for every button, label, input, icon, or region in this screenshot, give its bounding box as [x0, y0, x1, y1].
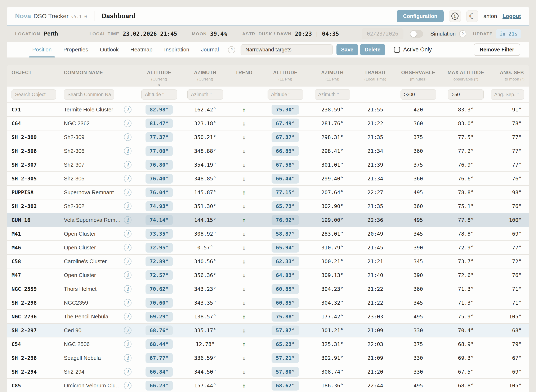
column-header-azimuth-current[interactable]: AZIMUTH (Current)	[184, 70, 226, 82]
object-cell: M47	[11, 272, 64, 278]
active-only-checkbox[interactable]	[394, 47, 400, 53]
search-common-name-input[interactable]	[64, 89, 114, 99]
dark-mode-button[interactable]: ☾	[466, 10, 478, 22]
observable-filter-input[interactable]	[401, 89, 436, 99]
column-header-altitude-current[interactable]: ALTITUDE (Current) ▼	[134, 70, 184, 87]
table-row[interactable]: M41 Open Cluster i 73.35° 308.92° ↓ 58.8…	[7, 227, 529, 240]
altitude-current-badge: 76.40°	[145, 174, 173, 184]
configuration-button[interactable]: Configuration	[397, 10, 444, 22]
column-header-altitude-11pm[interactable]: ALTITUDE (11 PM)	[262, 70, 309, 82]
column-header-common-name[interactable]: COMMON NAME	[64, 70, 121, 75]
table-row[interactable]: NGC 2736 The Pencil Nebula i 69.29° 138.…	[7, 309, 529, 323]
column-header-azimuth-11pm[interactable]: AZIMUTH (11 PM)	[309, 70, 356, 82]
object-cell: NGC 2359	[11, 286, 64, 292]
table-row[interactable]: SH 2-306 Sh2-306 i 77.00° 348.88° ↓ 66.8…	[7, 144, 529, 158]
column-header-max-altitude[interactable]: MAX ALTITUDE observable (°)	[442, 70, 490, 82]
column-header-transit[interactable]: TRANSIT (Local Time)	[356, 70, 395, 82]
column-header-observable[interactable]: OBSERVABLE (minutes)	[395, 70, 442, 82]
tab-heatmap[interactable]: Heatmap	[130, 42, 153, 57]
common-name-cell: Open Cluster	[64, 272, 121, 279]
object-cell: SH 2-306	[11, 148, 64, 154]
save-button[interactable]: Save	[336, 44, 358, 55]
object-info-icon[interactable]: i	[124, 161, 131, 168]
ang-sep-cell: 105°	[490, 383, 525, 389]
object-info-icon[interactable]: i	[124, 368, 131, 375]
table-row[interactable]: SH 2-302 Sh2-302 i 74.93° 351.30° ↓ 65.7…	[7, 199, 529, 213]
object-info-icon[interactable]: i	[124, 230, 131, 238]
altitude-11pm-header-label: ALTITUDE	[273, 70, 297, 75]
max-altitude-filter-input[interactable]	[448, 89, 484, 99]
object-info-icon[interactable]: i	[124, 147, 131, 155]
object-info-icon[interactable]: i	[124, 202, 131, 210]
remove-filter-button[interactable]: Remove Filter	[474, 43, 520, 56]
object-info-icon[interactable]: i	[124, 313, 131, 320]
object-info-icon[interactable]: i	[124, 189, 131, 196]
column-header-trend[interactable]: TREND	[226, 70, 262, 75]
app-version: v5.1.0	[71, 14, 87, 19]
altitude-11pm-filter-input[interactable]	[268, 89, 303, 99]
max-altitude-cell: 70.4°	[442, 327, 490, 333]
observable-cell: 360	[395, 203, 442, 209]
object-info-icon[interactable]: i	[124, 216, 131, 224]
tab-properties[interactable]: Properties	[63, 42, 88, 57]
object-info-icon[interactable]: i	[124, 299, 131, 307]
table-row[interactable]: C85 Omicron Velorum Clus… i 66.23° 157.4…	[7, 378, 529, 392]
table-row[interactable]: PUPPISA Supernova Remnant i 76.04° 145.8…	[7, 185, 529, 199]
table-row[interactable]: C54 NGC 2506 i 68.44° 12.78° ↑ 65.23° 32…	[7, 337, 529, 351]
object-info-icon[interactable]: i	[124, 327, 131, 334]
filter-name-input[interactable]	[241, 44, 333, 55]
table-row[interactable]: GUM 16 Vela Supernova Remna… i 74.14° 14…	[7, 213, 529, 227]
table-row[interactable]: C58 Caroline's Cluster i 72.89° 340.56° …	[7, 254, 529, 268]
table-row[interactable]: NGC 2359 Thors Helmet i 70.62° 343.23° ↓…	[7, 282, 529, 296]
azimuth-current-filter-input[interactable]	[187, 89, 223, 99]
tab-inspiration[interactable]: Inspiration	[164, 42, 189, 57]
table-row[interactable]: SH 2-305 Sh2-305 i 76.40° 348.85° ↓ 66.4…	[7, 171, 529, 185]
tab-position[interactable]: Position	[32, 42, 52, 57]
simulation-help-icon[interactable]: ?	[459, 30, 466, 37]
column-header-ang-sep[interactable]: ANG. SEP. to moon (°)	[490, 70, 525, 82]
table-row[interactable]: C64 NGC 2362 i 81.47° 323.18° ↓ 67.49° 2…	[7, 116, 529, 130]
info-button[interactable]: i	[449, 10, 461, 22]
tab-outlook[interactable]: Outlook	[100, 42, 119, 57]
active-only-control[interactable]: Active Only	[394, 47, 432, 53]
tabs-help-icon[interactable]: ?	[228, 46, 235, 53]
object-info-icon[interactable]: i	[124, 257, 131, 265]
delete-button[interactable]: Delete	[360, 44, 385, 55]
search-object-input[interactable]	[11, 89, 56, 99]
table-row[interactable]: M47 Open Cluster i 72.57° 356.36° ↓ 64.8…	[7, 268, 529, 282]
altitude-11pm-badge: 65.73°	[272, 201, 299, 211]
simulation-date-input[interactable]	[362, 28, 403, 39]
table-row[interactable]: SH 2-309 Sh2-309 i 77.37° 350.21° ↓ 67.3…	[7, 130, 529, 144]
azimuth-11pm-filter-input[interactable]	[315, 89, 350, 99]
object-info-icon[interactable]: i	[124, 340, 131, 348]
table-row[interactable]: SH 2-297 Ced 90 i 68.76° 335.17° ↓ 57.87…	[7, 323, 529, 337]
azimuth-11pm-header-sub: (11 PM)	[325, 77, 339, 82]
table-row[interactable]: SH 2-294 Sh2-294 i 66.84° 344.50° ↓ 57.8…	[7, 365, 529, 378]
tab-journal[interactable]: Journal	[201, 42, 219, 57]
object-cell: SH 2-297	[11, 327, 64, 333]
column-header-object[interactable]: OBJECT	[11, 70, 64, 75]
table-row[interactable]: SH 2-296 Seagull Nebula i 67.77° 336.59°…	[7, 351, 529, 365]
observable-cell: 345	[395, 231, 442, 237]
object-info-icon[interactable]: i	[124, 175, 131, 182]
object-info-icon[interactable]: i	[124, 285, 131, 293]
object-info-icon[interactable]: i	[124, 106, 131, 113]
object-info-icon[interactable]: i	[124, 354, 131, 362]
table-row[interactable]: M46 Open Cluster i 72.95° 0.57° ↓ 65.94°…	[7, 240, 529, 254]
object-info-icon[interactable]: i	[124, 271, 131, 279]
altitude-current-filter-input[interactable]	[141, 89, 177, 99]
object-info-icon[interactable]: i	[124, 382, 131, 389]
table-row[interactable]: C71 Termite Hole Cluster i 82.98° 162.42…	[7, 103, 529, 116]
object-info-icon[interactable]: i	[124, 120, 131, 127]
object-info-icon[interactable]: i	[124, 244, 131, 251]
object-info-icon[interactable]: i	[124, 133, 131, 141]
altitude-current-badge: 70.60°	[145, 298, 173, 308]
ang-sep-filter-input[interactable]	[491, 89, 524, 99]
max-altitude-cell: 72.6°	[442, 272, 490, 278]
azimuth-11pm-cell: 302.91°	[309, 355, 356, 361]
logout-link[interactable]: Logout	[502, 13, 521, 19]
table-row[interactable]: SH 2-298 NGC2359 i 70.60° 343.35° ↓ 60.8…	[7, 296, 529, 309]
table-row[interactable]: SH 2-307 Sh2-307 i 76.80° 354.19° ↓ 67.5…	[7, 158, 529, 171]
simulation-toggle[interactable]	[410, 30, 423, 38]
max-altitude-cell: 78.8°	[442, 231, 490, 237]
